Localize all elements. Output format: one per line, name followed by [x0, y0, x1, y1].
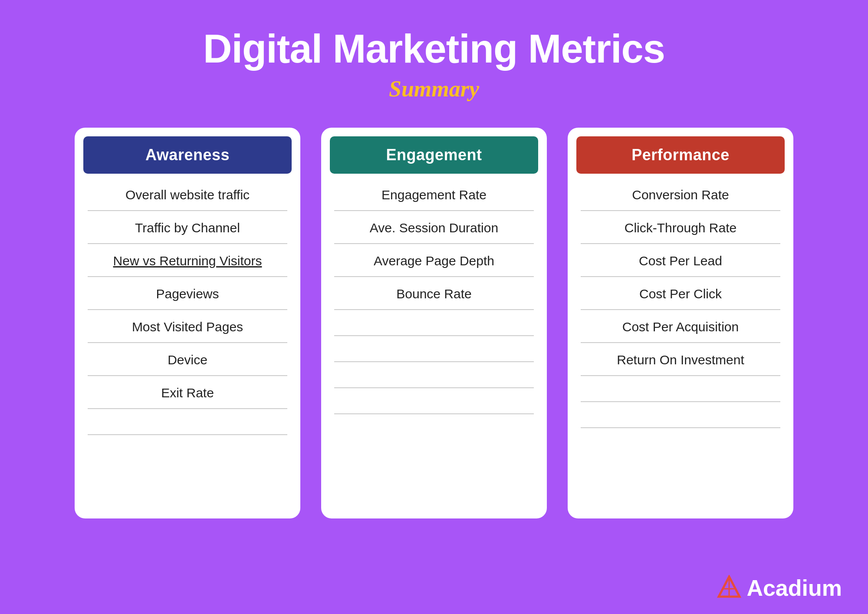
item-text: Conversion Rate — [632, 188, 729, 202]
item-text: Ave. Session Duration — [370, 221, 498, 235]
item-text: Return On Investment — [617, 353, 744, 367]
empty-line — [88, 409, 287, 435]
item-text: Overall website traffic — [125, 188, 250, 202]
page-subtitle: Summary — [203, 76, 665, 102]
item-text: Click-Through Rate — [625, 221, 736, 235]
item-text: Cost Per Lead — [639, 254, 722, 268]
performance-card: Performance Conversion Rate Click-Throug… — [568, 128, 793, 518]
header-section: Digital Marketing Metrics Summary — [203, 26, 665, 102]
empty-line — [334, 414, 534, 440]
list-item: Device — [88, 343, 287, 376]
awareness-card-header: Awareness — [83, 136, 292, 174]
list-item: Average Page Depth — [334, 244, 534, 277]
awareness-card: Awareness Overall website traffic Traffi… — [75, 128, 300, 518]
item-text: Cost Per Acquisition — [622, 320, 739, 334]
awareness-card-title: Awareness — [145, 146, 230, 164]
list-item: Conversion Rate — [581, 178, 780, 211]
item-text: Pageviews — [156, 287, 219, 301]
empty-line — [581, 402, 780, 428]
brand-name: Acadium — [746, 575, 842, 601]
list-item: Pageviews — [88, 277, 287, 310]
empty-line — [581, 428, 780, 454]
item-text: Most Visited Pages — [132, 320, 243, 334]
item-text: Traffic by Channel — [135, 221, 240, 235]
engagement-card-header: Engagement — [330, 136, 538, 174]
list-item: Click-Through Rate — [581, 211, 780, 244]
list-item: Cost Per Click — [581, 277, 780, 310]
item-text: Average Page Depth — [374, 254, 494, 268]
performance-card-header: Performance — [576, 136, 785, 174]
empty-line — [334, 310, 534, 336]
list-item: New vs Returning Visitors — [88, 244, 287, 277]
item-text: Device — [168, 353, 207, 367]
list-item: Cost Per Lead — [581, 244, 780, 277]
engagement-card: Engagement Engagement Rate Ave. Session … — [321, 128, 547, 518]
empty-line — [581, 376, 780, 402]
item-text: Cost Per Click — [639, 287, 722, 301]
empty-line — [334, 336, 534, 362]
list-item: Cost Per Acquisition — [581, 310, 780, 343]
footer: Acadium — [717, 575, 842, 601]
empty-line — [334, 362, 534, 388]
performance-card-title: Performance — [631, 146, 730, 164]
list-item: Ave. Session Duration — [334, 211, 534, 244]
list-item: Bounce Rate — [334, 277, 534, 310]
engagement-items: Engagement Rate Ave. Session Duration Av… — [321, 178, 547, 501]
list-item: Most Visited Pages — [88, 310, 287, 343]
list-item: Exit Rate — [88, 376, 287, 409]
item-text: Exit Rate — [161, 386, 214, 400]
empty-line — [334, 388, 534, 414]
item-text: New vs Returning Visitors — [113, 254, 262, 268]
awareness-items: Overall website traffic Traffic by Chann… — [75, 178, 300, 501]
list-item: Traffic by Channel — [88, 211, 287, 244]
item-text: Engagement Rate — [381, 188, 487, 202]
brand-logo: Acadium — [717, 575, 842, 601]
cards-container: Awareness Overall website traffic Traffi… — [75, 128, 793, 518]
list-item: Overall website traffic — [88, 178, 287, 211]
item-text: Bounce Rate — [396, 287, 471, 301]
list-item: Engagement Rate — [334, 178, 534, 211]
performance-items: Conversion Rate Click-Through Rate Cost … — [568, 178, 793, 501]
list-item: Return On Investment — [581, 343, 780, 376]
engagement-card-title: Engagement — [386, 146, 482, 164]
acadium-logo-icon — [717, 575, 741, 601]
empty-line — [88, 435, 287, 461]
page-title: Digital Marketing Metrics — [203, 26, 665, 72]
